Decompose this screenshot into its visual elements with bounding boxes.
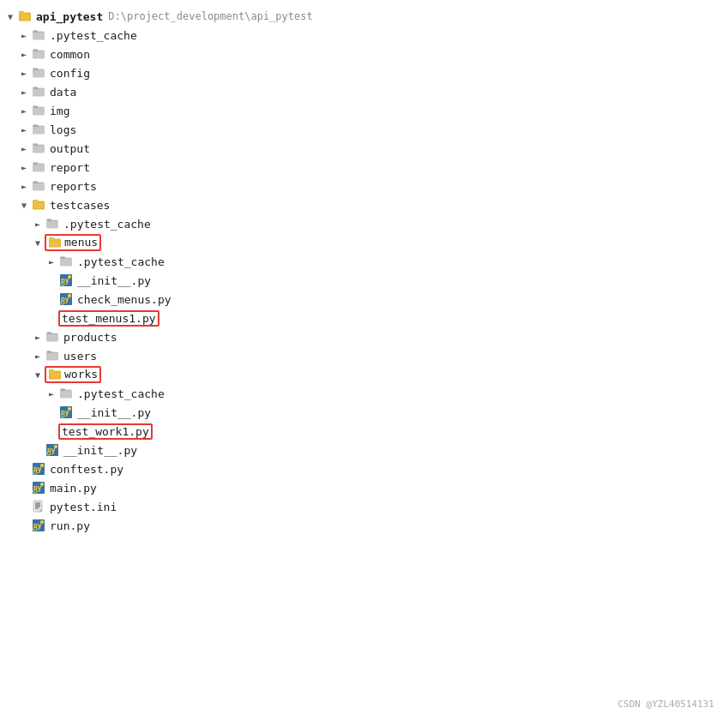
svg-point-32 bbox=[40, 520, 44, 524]
svg-point-22 bbox=[40, 483, 44, 486]
down-arrow-icon[interactable]: ▼ bbox=[17, 198, 31, 212]
tree-item-label: run.py bbox=[50, 519, 90, 532]
tree-item-init_testcases[interactable]: py __init__.py bbox=[0, 441, 728, 459]
right-arrow-icon[interactable]: ► bbox=[17, 28, 31, 42]
tree-item-pytest_cache_works[interactable]: ► .pytest_cache bbox=[0, 384, 728, 403]
highlight-box: test_work1.py bbox=[58, 423, 153, 440]
folder-open-icon bbox=[31, 197, 46, 213]
tree-item-label: pytest.ini bbox=[50, 501, 117, 513]
tree-item-common[interactable]: ► common bbox=[0, 45, 728, 63]
python-file-icon: py bbox=[58, 273, 74, 288]
svg-point-6 bbox=[68, 294, 71, 297]
tree-item-report[interactable]: ► report bbox=[0, 158, 728, 177]
python-file-icon: py bbox=[31, 480, 46, 495]
tree-item-users[interactable]: ► users bbox=[0, 346, 728, 365]
svg-point-11 bbox=[61, 414, 64, 417]
folder-closed-icon bbox=[31, 122, 46, 137]
tree-item-pytest_ini[interactable]: ≡ pytest.ini bbox=[0, 497, 728, 516]
tree-item-reports[interactable]: ► reports bbox=[0, 177, 728, 195]
svg-point-33 bbox=[33, 527, 37, 531]
python-file-icon: py bbox=[31, 461, 46, 477]
tree-item-label: reports bbox=[50, 180, 97, 193]
right-arrow-icon[interactable]: ► bbox=[17, 47, 31, 61]
tree-item-menus[interactable]: ▼ menus bbox=[0, 233, 728, 252]
tree-item-img[interactable]: ► img bbox=[0, 101, 728, 120]
tree-item-label: config bbox=[50, 67, 90, 80]
tree-item-label: menus bbox=[45, 234, 101, 252]
tree-item-label: .pytest_cache bbox=[77, 255, 165, 268]
tree-item-label: works bbox=[45, 366, 101, 384]
python-file-icon: py bbox=[31, 518, 46, 533]
svg-point-2 bbox=[68, 275, 71, 279]
right-arrow-icon[interactable]: ► bbox=[31, 330, 45, 344]
ini-file-icon: ≡ bbox=[31, 499, 46, 514]
tree-item-config[interactable]: ► config bbox=[0, 63, 728, 82]
tree-item-data[interactable]: ► data bbox=[0, 82, 728, 101]
tree-item-label: .pytest_cache bbox=[50, 29, 137, 42]
svg-point-3 bbox=[61, 282, 64, 285]
right-arrow-icon[interactable]: ► bbox=[17, 141, 31, 155]
tree-item-pytest_cache_tc[interactable]: ► .pytest_cache bbox=[0, 214, 728, 233]
folder-closed-icon bbox=[31, 159, 46, 175]
tree-item-pytest_cache_root[interactable]: ► .pytest_cache bbox=[0, 26, 728, 45]
right-arrow-icon[interactable]: ► bbox=[31, 349, 45, 363]
tree-item-test_work1[interactable]: test_work1.py bbox=[0, 422, 728, 441]
svg-point-23 bbox=[33, 489, 37, 493]
folder-closed-icon bbox=[31, 103, 46, 118]
tree-item-label: .pytest_cache bbox=[77, 387, 165, 400]
tree-item-label: main.py bbox=[50, 482, 97, 495]
folder-closed-icon bbox=[31, 65, 46, 81]
right-arrow-icon[interactable]: ► bbox=[17, 104, 31, 117]
down-arrow-icon[interactable]: ▼ bbox=[31, 236, 45, 249]
right-arrow-icon[interactable]: ► bbox=[17, 160, 31, 174]
right-arrow-icon[interactable]: ► bbox=[17, 66, 31, 80]
tree-item-pytest_cache_menus[interactable]: ► .pytest_cache bbox=[0, 252, 728, 271]
svg-text:≡: ≡ bbox=[39, 507, 42, 513]
svg-point-7 bbox=[61, 301, 64, 304]
tree-item-logs[interactable]: ► logs bbox=[0, 120, 728, 139]
tree-item-label: output bbox=[50, 142, 90, 155]
down-arrow-icon[interactable]: ▼ bbox=[3, 9, 17, 23]
tree-item-output[interactable]: ► output bbox=[0, 139, 728, 158]
tree-item-label: __init__.py bbox=[77, 406, 151, 419]
down-arrow-icon[interactable]: ▼ bbox=[31, 368, 45, 381]
folder-closed-icon bbox=[58, 386, 74, 401]
tree-item-label: report bbox=[50, 161, 90, 174]
folder-closed-icon bbox=[31, 46, 46, 62]
python-file-icon: py bbox=[45, 442, 60, 458]
right-arrow-icon[interactable]: ► bbox=[45, 255, 58, 268]
folder-highlight-icon bbox=[48, 236, 62, 249]
tree-item-run[interactable]: py run.py bbox=[0, 516, 728, 535]
tree-item-label: .pytest_cache bbox=[63, 218, 151, 231]
tree-item-init_menus[interactable]: py __init__.py bbox=[0, 271, 728, 290]
tree-item-works[interactable]: ▼ works bbox=[0, 365, 728, 384]
right-arrow-icon[interactable]: ► bbox=[31, 217, 45, 231]
tree-item-conftest[interactable]: py conftest.py bbox=[0, 459, 728, 478]
right-arrow-icon[interactable]: ► bbox=[17, 123, 31, 136]
folder-closed-icon bbox=[31, 84, 46, 99]
tree-item-label: api_pytest bbox=[36, 10, 103, 23]
right-arrow-icon[interactable]: ► bbox=[17, 179, 31, 193]
tree-item-label: test_menus1.py bbox=[58, 310, 159, 327]
tree-item-root[interactable]: ▼ api_pytest D:\project_development\api_… bbox=[0, 7, 728, 26]
tree-item-label: __init__.py bbox=[63, 444, 137, 457]
right-arrow-icon[interactable]: ► bbox=[45, 387, 58, 400]
tree-item-label: __init__.py bbox=[77, 274, 151, 287]
folder-closed-icon bbox=[45, 216, 60, 231]
tree-item-label: users bbox=[63, 350, 97, 363]
folder-closed-icon bbox=[45, 329, 60, 345]
tree-item-main[interactable]: py main.py bbox=[0, 478, 728, 497]
tree-item-check_menus[interactable]: py check_menus.py bbox=[0, 290, 728, 309]
tree-item-label: img bbox=[50, 105, 69, 117]
file-tree: ▼ api_pytest D:\project_development\api_… bbox=[0, 7, 728, 535]
tree-item-label: products bbox=[63, 331, 117, 344]
tree-item-testcases[interactable]: ▼ testcases bbox=[0, 195, 728, 214]
right-arrow-icon[interactable]: ► bbox=[17, 85, 31, 99]
tree-item-init_works[interactable]: py __init__.py bbox=[0, 403, 728, 422]
svg-point-10 bbox=[68, 407, 71, 411]
tree-item-label: data bbox=[50, 86, 76, 99]
tree-item-products[interactable]: ► products bbox=[0, 327, 728, 346]
tree-item-test_menus1[interactable]: test_menus1.py bbox=[0, 309, 728, 327]
tree-item-label: common bbox=[50, 48, 90, 61]
tree-item-label: conftest.py bbox=[50, 463, 123, 476]
